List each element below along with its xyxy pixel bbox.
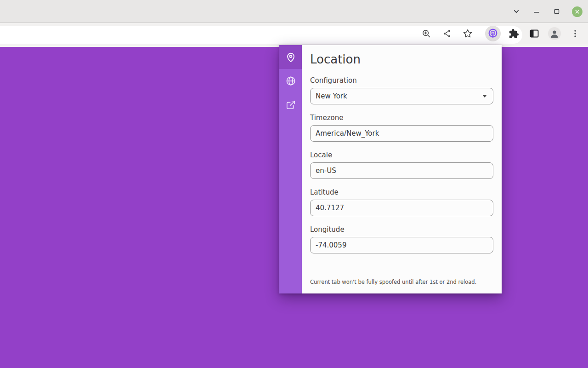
longitude-field: Longitude bbox=[310, 225, 493, 253]
timezone-label: Timezone bbox=[310, 114, 493, 122]
extension-active-highlight bbox=[485, 26, 501, 41]
side-panel-icon[interactable] bbox=[529, 28, 540, 39]
footer-note: Current tab won't be fully spoofed until… bbox=[310, 279, 495, 285]
locale-field: Locale bbox=[310, 151, 493, 179]
share-icon[interactable] bbox=[441, 28, 452, 39]
longitude-input[interactable] bbox=[310, 237, 493, 253]
extension-popup: Location Configuration New York Timezone… bbox=[279, 45, 502, 293]
menu-kebab-icon[interactable] bbox=[570, 28, 581, 39]
configuration-value: New York bbox=[316, 92, 347, 100]
popup-title: Location bbox=[310, 52, 493, 67]
sidebar-item-external[interactable] bbox=[279, 93, 302, 117]
globe-icon bbox=[285, 75, 296, 86]
zoom-in-icon[interactable] bbox=[421, 28, 432, 39]
minimize-icon[interactable] bbox=[531, 6, 542, 17]
latitude-label: Latitude bbox=[310, 188, 493, 196]
chevron-down-icon[interactable] bbox=[511, 6, 522, 17]
latitude-field: Latitude bbox=[310, 188, 493, 216]
close-icon[interactable] bbox=[571, 6, 582, 17]
maximize-icon[interactable] bbox=[551, 6, 562, 17]
configuration-label: Configuration bbox=[310, 76, 493, 85]
configuration-select[interactable]: New York bbox=[310, 88, 493, 104]
profile-avatar-icon[interactable] bbox=[548, 27, 561, 40]
browser-toolbar bbox=[0, 23, 588, 44]
timezone-input[interactable] bbox=[310, 125, 493, 142]
bookmark-star-icon[interactable] bbox=[462, 28, 473, 39]
configuration-field: Configuration New York bbox=[310, 76, 493, 104]
titlebar bbox=[0, 0, 588, 23]
external-link-icon bbox=[286, 100, 296, 110]
popup-content: Location Configuration New York Timezone… bbox=[302, 45, 502, 293]
window-controls bbox=[511, 0, 588, 23]
locale-label: Locale bbox=[310, 151, 493, 159]
vytal-extension-icon[interactable] bbox=[487, 28, 499, 40]
location-pin-icon bbox=[285, 51, 297, 63]
chevron-down-icon bbox=[482, 95, 487, 98]
locale-input[interactable] bbox=[310, 162, 493, 179]
latitude-input[interactable] bbox=[310, 200, 493, 216]
extensions-puzzle-icon[interactable] bbox=[508, 28, 519, 39]
timezone-field: Timezone bbox=[310, 114, 493, 142]
popup-sidebar bbox=[279, 45, 302, 293]
longitude-label: Longitude bbox=[310, 225, 493, 234]
sidebar-item-globe[interactable] bbox=[279, 69, 302, 93]
sidebar-item-location[interactable] bbox=[279, 45, 302, 69]
